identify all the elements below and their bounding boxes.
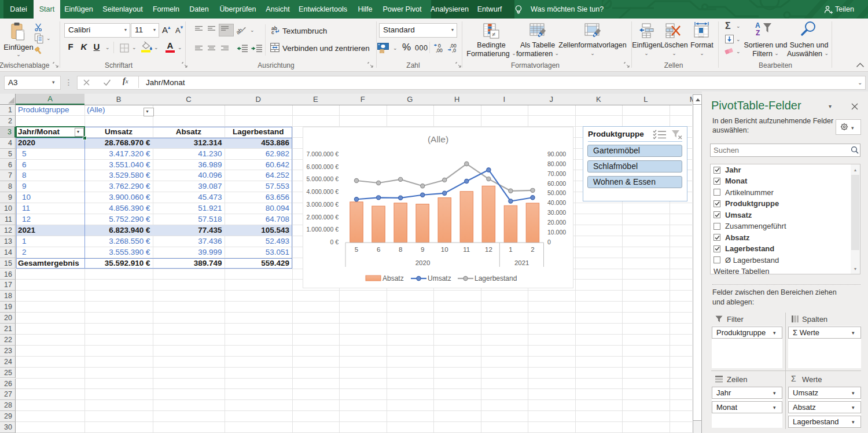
svg-text:6: 6 (377, 246, 380, 253)
svg-text:10.000: 10.000 (547, 229, 566, 236)
svg-text:1.000.000 €: 1.000.000 € (307, 226, 339, 233)
svg-text:1: 1 (509, 246, 512, 253)
svg-text:2: 2 (531, 246, 534, 253)
svg-text:7.000.000 €: 7.000.000 € (307, 151, 339, 157)
svg-text:5.000.000 €: 5.000.000 € (307, 175, 339, 182)
svg-text:A: A (755, 21, 760, 30)
svg-text:(Alle): (Alle) (428, 134, 448, 144)
svg-text:Z: Z (756, 29, 760, 36)
svg-text:2021: 2021 (514, 259, 529, 266)
svg-text:c: c (271, 30, 274, 35)
svg-text:40.000: 40.000 (547, 199, 566, 206)
svg-text:60.000: 60.000 (547, 180, 566, 187)
svg-text:90.000: 90.000 (547, 151, 566, 157)
svg-text:,00: ,00 (436, 47, 443, 53)
svg-text:Umsatz: Umsatz (428, 274, 451, 282)
svg-text:5: 5 (355, 246, 358, 253)
svg-text:8: 8 (399, 246, 402, 253)
svg-text:6.000.000 €: 6.000.000 € (307, 163, 339, 170)
svg-text:Absatz: Absatz (382, 274, 404, 282)
svg-text:0 €: 0 € (330, 238, 339, 245)
svg-text:12: 12 (485, 246, 492, 253)
svg-text:10: 10 (441, 246, 448, 253)
svg-text:4.000.000 €: 4.000.000 € (307, 188, 339, 195)
svg-text:9: 9 (421, 246, 424, 253)
svg-text:80.000: 80.000 (547, 160, 566, 167)
svg-text:11: 11 (463, 246, 470, 253)
svg-text:0: 0 (547, 238, 551, 245)
svg-text:30.000: 30.000 (547, 209, 566, 216)
svg-text:3.000.000 €: 3.000.000 € (307, 201, 339, 208)
svg-text:≠: ≠ (492, 31, 495, 38)
svg-text:50.000: 50.000 (547, 189, 566, 196)
svg-text:2.000.000 €: 2.000.000 € (307, 214, 339, 221)
svg-text:20.000: 20.000 (547, 219, 566, 226)
svg-text:,0: ,0 (452, 47, 456, 53)
svg-text:Lagerbestand: Lagerbestand (475, 274, 517, 282)
svg-text:70.000: 70.000 (547, 170, 566, 177)
svg-text:2020: 2020 (415, 259, 431, 266)
